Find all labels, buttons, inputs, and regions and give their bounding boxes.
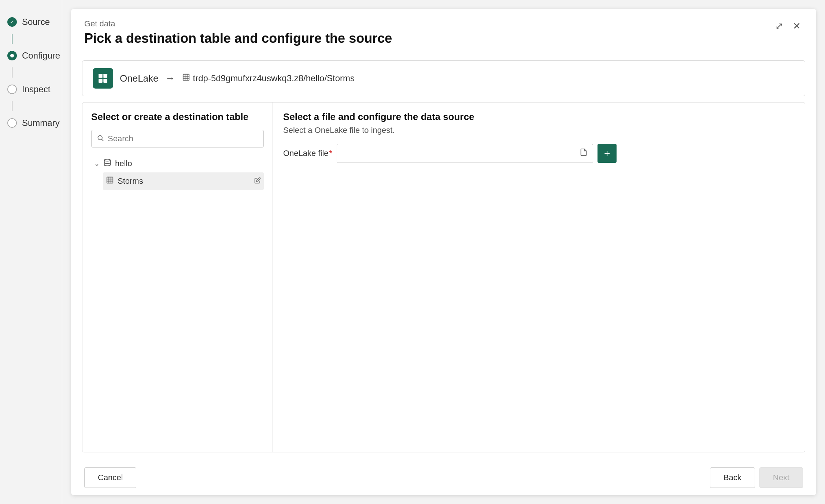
right-panel-title: Select a file and configure the data sou… (283, 111, 795, 123)
sidebar-item-inspect[interactable]: Inspect (0, 78, 62, 101)
source-arrow-icon: → (165, 72, 175, 84)
dialog: Get data Pick a destination table and co… (71, 9, 816, 495)
plus-icon: + (604, 148, 610, 159)
search-box[interactable] (91, 130, 264, 148)
step-dot-inspect (7, 85, 17, 94)
source-banner: OneLake → trdp-5d9gmufxrz4uswkq3.z8/hell… (82, 60, 805, 96)
sidebar: ✓ Source Configure Inspect Summary (0, 0, 62, 504)
footer-right: Back Next (710, 467, 803, 488)
expand-button[interactable]: ⤢ (773, 19, 785, 33)
svg-line-10 (102, 139, 104, 141)
table-label: Storms (118, 176, 143, 186)
sidebar-item-source[interactable]: ✓ Source (0, 10, 62, 34)
close-icon: ✕ (793, 20, 801, 31)
dialog-header-left: Get data Pick a destination table and co… (84, 19, 392, 46)
dialog-title: Pick a destination table and configure t… (84, 31, 392, 46)
svg-rect-3 (103, 79, 107, 83)
database-icon (103, 158, 111, 169)
file-label: OneLake file* (283, 149, 332, 158)
sidebar-label-configure: Configure (22, 51, 60, 61)
tree-folder-hello[interactable]: ⌄ hello (91, 155, 264, 172)
chevron-down-icon: ⌄ (94, 160, 100, 168)
folder-label: hello (115, 159, 132, 168)
right-panel: Select a file and configure the data sou… (273, 102, 805, 452)
source-name: OneLake (120, 73, 159, 84)
expand-icon: ⤢ (775, 20, 783, 31)
dialog-header: Get data Pick a destination table and co… (71, 9, 816, 53)
grid-icon (106, 176, 114, 186)
svg-rect-12 (107, 177, 113, 183)
main-area: Get data Pick a destination table and co… (62, 0, 825, 504)
connector-source-configure (12, 34, 12, 44)
svg-rect-2 (99, 79, 103, 83)
get-data-label: Get data (84, 19, 392, 29)
sidebar-item-configure[interactable]: Configure (0, 44, 62, 67)
file-input-box[interactable] (337, 144, 593, 163)
file-field-row: OneLake file* + (283, 144, 795, 163)
svg-rect-0 (99, 74, 103, 78)
source-path-text: trdp-5d9gmufxrz4uswkq3.z8/hello/Storms (193, 73, 355, 83)
step-dot-summary (7, 118, 17, 128)
step-dot-source: ✓ (7, 17, 17, 27)
tree-table-storms[interactable]: Storms (103, 172, 264, 190)
close-button[interactable]: ✕ (791, 19, 803, 33)
step-dot-configure (7, 51, 17, 60)
edit-icon[interactable] (254, 177, 261, 186)
content-panels: Select or create a destination table ⌄ (82, 102, 805, 452)
sidebar-label-inspect: Inspect (22, 84, 50, 94)
dialog-header-actions: ⤢ ✕ (773, 19, 803, 33)
search-input[interactable] (108, 134, 258, 143)
required-star: * (329, 149, 333, 158)
left-panel-title: Select or create a destination table (91, 111, 264, 123)
right-panel-subtitle: Select a OneLake file to ingest. (283, 126, 795, 135)
svg-point-9 (98, 135, 102, 140)
add-button[interactable]: + (598, 144, 617, 163)
footer-left: Cancel (84, 467, 136, 488)
sidebar-label-summary: Summary (22, 118, 60, 128)
dialog-footer: Cancel Back Next (71, 460, 816, 495)
sidebar-label-source: Source (22, 17, 50, 27)
search-icon (97, 134, 104, 143)
tree-child-left: Storms (106, 176, 143, 186)
source-path: trdp-5d9gmufxrz4uswkq3.z8/hello/Storms (182, 73, 355, 83)
connector-inspect-summary (12, 101, 12, 111)
svg-rect-4 (183, 74, 189, 81)
svg-point-11 (104, 159, 111, 161)
next-button[interactable]: Next (759, 467, 803, 488)
connector-configure-inspect (12, 67, 12, 78)
back-button[interactable]: Back (710, 467, 755, 488)
cancel-button[interactable]: Cancel (84, 467, 136, 488)
onelake-icon (93, 68, 113, 89)
sidebar-item-summary[interactable]: Summary (0, 111, 62, 135)
svg-rect-1 (103, 74, 107, 78)
file-browse-icon[interactable] (580, 148, 588, 158)
table-icon (182, 73, 190, 83)
left-panel: Select or create a destination table ⌄ (82, 102, 273, 452)
